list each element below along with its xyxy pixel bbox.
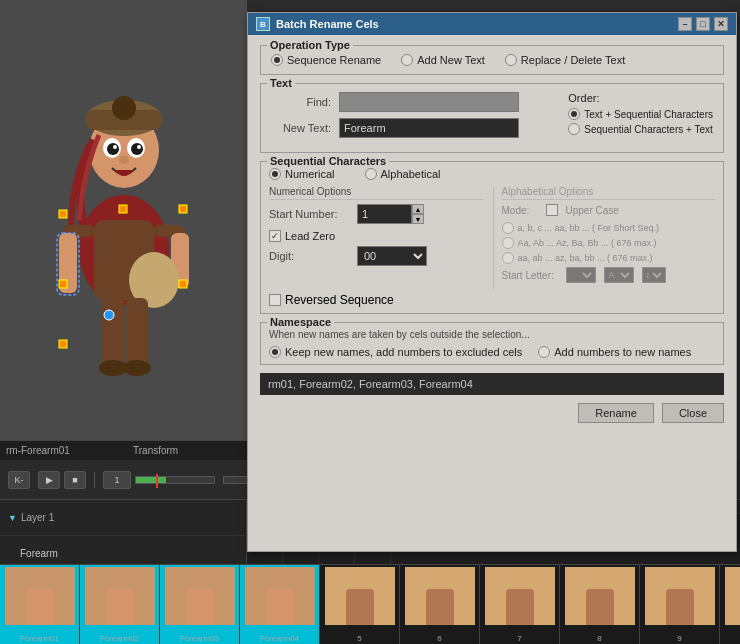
svg-point-9 [131,143,143,155]
add-new-text-option[interactable]: Add New Text [401,54,485,66]
namespace-label: Namespace [267,316,334,328]
lead-zero-row[interactable]: ✓ Lead Zero [269,230,483,242]
order-option-1[interactable]: Text + Sequential Characters [568,108,713,120]
dialog-titlebar: B Batch Rename Cels – □ ✕ [248,13,736,35]
thumbnail-item[interactable]: Forearm04 [240,565,320,644]
thumbnail-item[interactable]: 7 [480,565,560,644]
keep-names-radio[interactable] [269,346,281,358]
keyframe-btn[interactable]: K- [8,471,30,489]
keep-names-option[interactable]: Keep new names, add numbers to excluded … [269,346,522,358]
svg-point-5 [112,96,136,120]
text-section-label: Text [267,77,295,89]
find-row: Find: [271,92,542,112]
alpha-options-title: Alphabetical Options [502,186,716,200]
preview-text: rm01, Forearm02, Forearm03, Forearm04 [268,378,473,390]
layer-row: ▼ Layer 1 [0,500,246,536]
thumbnail-item[interactable]: 6 [400,565,480,644]
start-number-input[interactable] [357,204,412,224]
close-dialog-button[interactable]: ✕ [714,17,728,31]
thumbnail-item[interactable]: Forearm03 [160,565,240,644]
svg-rect-19 [126,298,148,368]
alpha-row-2: Aa, Ab ... Az, Ba, Bb ... ( 676 max.) [502,237,716,249]
start-letter-label: Start Letter: [502,270,558,281]
alphabetical-option[interactable]: Alphabetical [365,168,441,180]
preview-bar: rm01, Forearm02, Forearm03, Forearm04 [260,373,724,395]
numerical-radio[interactable] [269,168,281,180]
dialog-controls[interactable]: – □ ✕ [678,17,728,31]
close-button[interactable]: Close [662,403,724,423]
find-input[interactable] [339,92,519,112]
thumbnail-item[interactable]: 10 [720,565,740,644]
numerical-options-title: Numerical Options [269,186,483,200]
order-radio-1[interactable] [568,108,580,120]
alpha-row-3: aa, ab ... az, ba, bb ... ( 676 max.) [502,252,716,264]
lead-zero-checkbox[interactable]: ✓ [269,230,281,242]
sequential-chars-section: Sequential Characters Numerical Alphabet… [260,161,724,314]
dialog-buttons: Rename Close [260,403,724,423]
thumbnail-item[interactable]: Forearm02 [80,565,160,644]
svg-point-28 [104,310,114,320]
add-numbers-radio[interactable] [538,346,550,358]
alpha-radio-2 [502,237,514,249]
replace-delete-radio[interactable] [505,54,517,66]
minimize-button[interactable]: – [678,17,692,31]
order-label: Order: [568,92,713,104]
new-text-row: New Text: [271,118,542,138]
start-number-row: Start Number: ▲ ▼ [269,204,483,224]
operation-type-group: Sequence Rename Add New Text Replace / D… [271,54,713,66]
stop-btn[interactable]: ■ [64,471,86,489]
namespace-desc: When new names are taken by cels outside… [269,329,715,340]
svg-point-21 [123,360,151,376]
seq-options-cols: Numerical Options Start Number: ▲ ▼ ✓ [269,186,715,289]
alpha-upper-label: Upper Case [566,205,619,216]
thumbnail-item[interactable]: Forearm01 [0,565,80,644]
find-label: Find: [271,96,331,108]
add-new-text-radio[interactable] [401,54,413,66]
alpha-mode-label: Mode: [502,205,538,216]
digit-select[interactable]: 00 0 000 [357,246,427,266]
thumbnail-item[interactable]: 5 [320,565,400,644]
reversed-checkbox[interactable] [269,294,281,306]
transform-label: Transform [127,440,247,460]
alphabetical-radio[interactable] [365,168,377,180]
svg-point-20 [99,360,127,376]
order-option-2[interactable]: Sequential Characters + Text [568,123,713,135]
maximize-button[interactable]: □ [696,17,710,31]
namespace-section: Namespace When new names are taken by ce… [260,322,724,365]
timeline-bar[interactable] [135,476,215,484]
new-text-input[interactable] [339,118,519,138]
svg-rect-26 [179,205,187,213]
alpha-upper-checkbox [546,204,558,216]
order-section: Order: Text + Sequential Characters Sequ… [568,92,713,144]
operation-type-section: Operation Type Sequence Rename Add New T… [260,45,724,75]
alpha-radio-3 [502,252,514,264]
reversed-label: Reversed Sequence [285,293,394,307]
text-section: Text Find: New Text: Order: [260,83,724,153]
svg-rect-22 [59,210,67,218]
spinner-down[interactable]: ▼ [412,214,424,224]
dialog-title-text: Batch Rename Cels [276,18,379,30]
seq-rename-radio[interactable] [271,54,283,66]
digit-row: Digit: 00 0 000 [269,246,483,266]
alphabetical-options-col: Alphabetical Options Mode: Upper Case a,… [493,186,716,289]
spinner-up[interactable]: ▲ [412,204,424,214]
seq-rename-option[interactable]: Sequence Rename [271,54,381,66]
add-numbers-option[interactable]: Add numbers to new names [538,346,691,358]
order-radio-2[interactable] [568,123,580,135]
alpha-mode-row: Mode: Upper Case [502,204,716,216]
svg-point-8 [107,143,119,155]
svg-point-12 [119,156,129,164]
start-letter-select-3: a [642,267,666,283]
digit-label: Digit: [269,250,349,262]
thumbnail-item[interactable]: 9 [640,565,720,644]
seq-chars-label: Sequential Characters [267,155,389,167]
replace-delete-option[interactable]: Replace / Delete Text [505,54,625,66]
play-btn[interactable]: ▶ [38,471,60,489]
alpha-row-1: a, b, c ... aa, bb ... ( For Short Seq.) [502,222,716,234]
numerical-options-col: Numerical Options Start Number: ▲ ▼ ✓ [269,186,483,289]
numerical-option[interactable]: Numerical [269,168,335,180]
operation-type-label: Operation Type [267,39,353,51]
thumbnail-item[interactable]: 8 [560,565,640,644]
rename-button[interactable]: Rename [578,403,654,423]
alpha-radio-1 [502,222,514,234]
